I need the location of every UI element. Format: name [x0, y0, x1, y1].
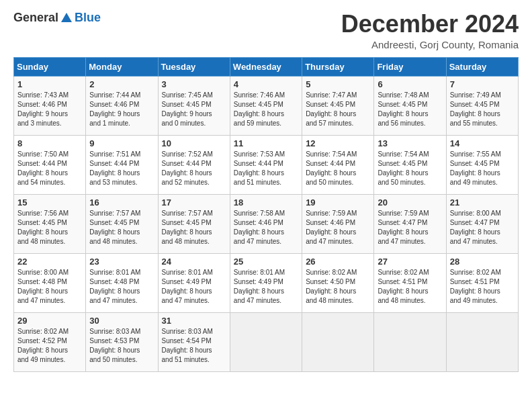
day-info: Sunrise: 8:00 AMSunset: 4:47 PMDaylight:… [450, 209, 515, 246]
day-number: 27 [378, 257, 442, 267]
day-info: Sunrise: 8:02 AMSunset: 4:51 PMDaylight:… [450, 268, 515, 306]
day-number: 31 [162, 316, 226, 326]
table-row: 21Sunrise: 8:00 AMSunset: 4:47 PMDayligh… [446, 194, 518, 253]
table-row [374, 312, 446, 371]
day-info: Sunrise: 8:00 AMSunset: 4:48 PMDaylight:… [17, 268, 82, 306]
table-row [230, 312, 302, 371]
day-info: Sunrise: 7:45 AMSunset: 4:45 PMDaylight:… [162, 91, 226, 128]
svg-marker-0 [61, 13, 72, 22]
day-number: 23 [89, 257, 154, 267]
day-info: Sunrise: 7:55 AMSunset: 4:45 PMDaylight:… [450, 150, 515, 187]
table-row: 16Sunrise: 7:57 AMSunset: 4:45 PMDayligh… [86, 194, 158, 253]
table-row: 23Sunrise: 8:01 AMSunset: 4:48 PMDayligh… [86, 253, 158, 312]
day-info: Sunrise: 7:52 AMSunset: 4:44 PMDaylight:… [162, 150, 226, 187]
table-row: 26Sunrise: 8:02 AMSunset: 4:50 PMDayligh… [302, 253, 374, 312]
col-thursday: Thursday [302, 57, 374, 76]
day-info: Sunrise: 7:57 AMSunset: 4:45 PMDaylight:… [89, 209, 154, 246]
table-row: 9Sunrise: 7:51 AMSunset: 4:44 PMDaylight… [86, 135, 158, 194]
day-number: 13 [378, 138, 442, 148]
day-info: Sunrise: 7:56 AMSunset: 4:45 PMDaylight:… [17, 209, 82, 246]
calendar-week-row: 1Sunrise: 7:43 AMSunset: 4:46 PMDaylight… [14, 76, 519, 135]
table-row: 12Sunrise: 7:54 AMSunset: 4:44 PMDayligh… [302, 135, 374, 194]
day-number: 7 [450, 79, 515, 89]
table-row: 7Sunrise: 7:49 AMSunset: 4:45 PMDaylight… [446, 76, 518, 135]
table-row: 17Sunrise: 7:57 AMSunset: 4:45 PMDayligh… [158, 194, 230, 253]
table-row: 11Sunrise: 7:53 AMSunset: 4:44 PMDayligh… [230, 135, 302, 194]
table-row: 20Sunrise: 7:59 AMSunset: 4:47 PMDayligh… [374, 194, 446, 253]
day-info: Sunrise: 8:02 AMSunset: 4:50 PMDaylight:… [306, 268, 370, 306]
table-row: 25Sunrise: 8:01 AMSunset: 4:49 PMDayligh… [230, 253, 302, 312]
month-title: December 2024 [341, 11, 519, 38]
table-row: 15Sunrise: 7:56 AMSunset: 4:45 PMDayligh… [14, 194, 86, 253]
day-number: 19 [306, 197, 370, 208]
day-number: 4 [234, 79, 298, 89]
logo: General Blue [13, 11, 101, 25]
day-info: Sunrise: 7:59 AMSunset: 4:47 PMDaylight:… [378, 209, 442, 246]
table-row: 18Sunrise: 7:58 AMSunset: 4:46 PMDayligh… [230, 194, 302, 253]
day-number: 21 [450, 197, 515, 208]
day-number: 22 [17, 257, 82, 267]
table-row: 6Sunrise: 7:48 AMSunset: 4:45 PMDaylight… [374, 76, 446, 135]
day-number: 9 [89, 138, 154, 148]
table-row: 4Sunrise: 7:46 AMSunset: 4:45 PMDaylight… [230, 76, 302, 135]
day-number: 8 [17, 138, 82, 148]
day-number: 3 [162, 79, 226, 89]
day-info: Sunrise: 8:03 AMSunset: 4:53 PMDaylight:… [89, 327, 154, 365]
day-info: Sunrise: 7:54 AMSunset: 4:44 PMDaylight:… [306, 150, 370, 187]
col-monday: Monday [86, 57, 158, 76]
day-info: Sunrise: 7:59 AMSunset: 4:46 PMDaylight:… [306, 209, 370, 246]
day-number: 6 [378, 79, 442, 89]
day-number: 2 [89, 79, 154, 89]
table-row: 14Sunrise: 7:55 AMSunset: 4:45 PMDayligh… [446, 135, 518, 194]
calendar-week-row: 15Sunrise: 7:56 AMSunset: 4:45 PMDayligh… [14, 194, 519, 253]
day-number: 24 [162, 257, 226, 267]
day-number: 16 [89, 197, 154, 208]
day-info: Sunrise: 8:03 AMSunset: 4:54 PMDaylight:… [162, 327, 226, 365]
day-info: Sunrise: 8:02 AMSunset: 4:51 PMDaylight:… [378, 268, 442, 306]
day-info: Sunrise: 7:50 AMSunset: 4:44 PMDaylight:… [17, 150, 82, 187]
table-row: 29Sunrise: 8:02 AMSunset: 4:52 PMDayligh… [14, 312, 86, 371]
day-number: 30 [89, 316, 154, 326]
calendar-header-row: Sunday Monday Tuesday Wednesday Thursday… [14, 57, 519, 76]
day-number: 15 [17, 197, 82, 208]
day-info: Sunrise: 7:54 AMSunset: 4:45 PMDaylight:… [378, 150, 442, 187]
day-info: Sunrise: 8:01 AMSunset: 4:48 PMDaylight:… [89, 268, 154, 306]
day-number: 5 [306, 79, 370, 89]
col-wednesday: Wednesday [230, 57, 302, 76]
location: Andreesti, Gorj County, Romania [341, 39, 519, 50]
table-row: 30Sunrise: 8:03 AMSunset: 4:53 PMDayligh… [86, 312, 158, 371]
day-number: 12 [306, 138, 370, 148]
calendar-week-row: 29Sunrise: 8:02 AMSunset: 4:52 PMDayligh… [14, 312, 519, 371]
table-row: 22Sunrise: 8:00 AMSunset: 4:48 PMDayligh… [14, 253, 86, 312]
day-number: 17 [162, 197, 226, 208]
day-number: 14 [450, 138, 515, 148]
col-friday: Friday [374, 57, 446, 76]
table-row: 3Sunrise: 7:45 AMSunset: 4:45 PMDaylight… [158, 76, 230, 135]
col-saturday: Saturday [446, 57, 518, 76]
col-sunday: Sunday [14, 57, 86, 76]
day-number: 11 [234, 138, 298, 148]
table-row: 1Sunrise: 7:43 AMSunset: 4:46 PMDaylight… [14, 76, 86, 135]
calendar-week-row: 22Sunrise: 8:00 AMSunset: 4:48 PMDayligh… [14, 253, 519, 312]
day-info: Sunrise: 7:44 AMSunset: 4:46 PMDaylight:… [89, 91, 154, 128]
day-info: Sunrise: 7:46 AMSunset: 4:45 PMDaylight:… [234, 91, 298, 128]
day-number: 10 [162, 138, 226, 148]
day-number: 18 [234, 197, 298, 208]
day-info: Sunrise: 8:01 AMSunset: 4:49 PMDaylight:… [234, 268, 298, 306]
logo-icon [60, 11, 73, 25]
table-row: 10Sunrise: 7:52 AMSunset: 4:44 PMDayligh… [158, 135, 230, 194]
day-number: 20 [378, 197, 442, 208]
calendar-table: Sunday Monday Tuesday Wednesday Thursday… [13, 57, 519, 372]
day-info: Sunrise: 7:51 AMSunset: 4:44 PMDaylight:… [89, 150, 154, 187]
day-info: Sunrise: 7:48 AMSunset: 4:45 PMDaylight:… [378, 91, 442, 128]
col-tuesday: Tuesday [158, 57, 230, 76]
table-row: 2Sunrise: 7:44 AMSunset: 4:46 PMDaylight… [86, 76, 158, 135]
table-row: 13Sunrise: 7:54 AMSunset: 4:45 PMDayligh… [374, 135, 446, 194]
day-info: Sunrise: 7:49 AMSunset: 4:45 PMDaylight:… [450, 91, 515, 128]
table-row: 27Sunrise: 8:02 AMSunset: 4:51 PMDayligh… [374, 253, 446, 312]
table-row: 28Sunrise: 8:02 AMSunset: 4:51 PMDayligh… [446, 253, 518, 312]
day-info: Sunrise: 7:43 AMSunset: 4:46 PMDaylight:… [17, 91, 82, 128]
day-number: 26 [306, 257, 370, 267]
day-number: 1 [17, 79, 82, 89]
header: General Blue December 2024 Andreesti, Go… [13, 11, 519, 50]
